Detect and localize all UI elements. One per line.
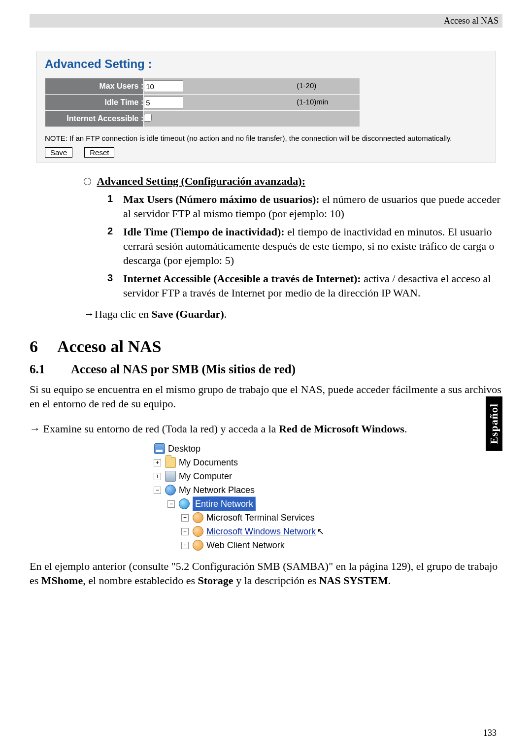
idle-time-label: Idle Time :: [45, 95, 144, 111]
network-node-icon: [193, 526, 203, 537]
expand-icon[interactable]: +: [154, 459, 161, 466]
desktop-icon: [154, 443, 165, 454]
expand-icon[interactable]: +: [181, 542, 189, 549]
advanced-setting-panel: Advanced Setting : Max Users : (1-20) Id…: [36, 51, 496, 163]
item-bold: Max Users (Número máximo de usuarios):: [123, 193, 320, 205]
section-title: Acceso al NAS por SMB (Mis sitios de red…: [71, 362, 296, 376]
chapter-number: 6: [30, 336, 57, 358]
settings-table: Max Users : (1-20) Idle Time : (1-10)min…: [45, 78, 360, 127]
section-heading: 6.1Acceso al NAS por SMB (Mis sitios de …: [30, 361, 502, 377]
expand-icon[interactable]: +: [181, 528, 189, 535]
list-number: 3: [107, 271, 119, 300]
tree-desktop: Desktop: [168, 442, 200, 456]
advanced-setting-list: 1 Max Users (Número máximo de usuarios):…: [30, 192, 502, 300]
tree-my-documents: My Documents: [179, 456, 238, 469]
header-right-text: Acceso al NAS: [444, 16, 499, 26]
collapse-icon[interactable]: −: [154, 487, 161, 494]
tree-entire-network-selected[interactable]: Entire Network: [193, 496, 256, 511]
folder-icon: [165, 457, 176, 468]
tree-network-places: My Network Places: [179, 483, 255, 497]
language-tab: Español: [486, 396, 502, 451]
item-bold: Idle Time (Tiempo de inactividad):: [123, 226, 285, 238]
idle-time-input[interactable]: [144, 97, 183, 108]
bullet-icon: [84, 178, 91, 185]
max-users-input[interactable]: [144, 80, 183, 92]
list-number: 2: [107, 225, 119, 267]
section-paragraph: Si su equipo se encuentra en el mismo gr…: [30, 382, 502, 411]
tree-my-computer: My Computer: [179, 469, 232, 483]
save-button[interactable]: Save: [45, 147, 72, 158]
network-node-icon: [193, 512, 203, 523]
step-pre: Examine su entorno de red (Toda la red) …: [40, 423, 279, 435]
list-number: 1: [107, 192, 119, 221]
tree-web-client-network: Web Client Network: [206, 538, 285, 552]
panel-note: NOTE: If an FTP connection is idle timeo…: [45, 134, 487, 142]
advanced-setting-heading: Advanced Setting (Configuración avanzada…: [97, 175, 306, 187]
step-post: .: [404, 423, 407, 435]
chapter-title: Acceso al NAS: [57, 337, 162, 356]
tree-ms-terminal: Microsoft Terminal Services: [206, 511, 315, 525]
item-bold: Internet Accessible (Accesible a través …: [123, 272, 361, 285]
cursor-icon: ↖: [317, 525, 324, 538]
max-users-label: Max Users :: [45, 78, 144, 95]
save-line-post: .: [224, 308, 227, 320]
section-number: 6.1: [30, 361, 71, 377]
computer-icon: [165, 471, 176, 482]
arrow-icon: →: [84, 308, 95, 320]
step-bold: Red de Microsoft Windows: [279, 423, 404, 435]
panel-title: Advanced Setting :: [45, 57, 487, 71]
network-node-icon: [193, 540, 203, 551]
after-tree-paragraph: En el ejemplo anterior (consulte "5.2 Co…: [30, 559, 502, 588]
expand-icon[interactable]: +: [154, 473, 161, 480]
arrow-icon: →: [30, 423, 40, 435]
collapse-icon[interactable]: −: [167, 500, 175, 508]
internet-accessible-label: Internet Accessible :: [45, 111, 144, 127]
idle-time-hint: (1-10)min: [297, 98, 328, 106]
chapter-heading: 6Acceso al NAS: [30, 336, 502, 358]
globe-icon: [179, 498, 190, 509]
page-number: 133: [483, 728, 497, 738]
header-bar: Acceso al NAS: [30, 14, 502, 28]
save-line-bold: Save (Guardar): [151, 308, 224, 320]
internet-accessible-checkbox[interactable]: [144, 114, 152, 122]
network-places-icon: [165, 485, 176, 495]
save-line-pre: Haga clic en: [95, 308, 151, 320]
expand-icon[interactable]: +: [181, 514, 189, 522]
max-users-hint: (1-20): [297, 81, 316, 90]
tree-ms-windows-network-link[interactable]: Microsoft Windows Network: [206, 525, 316, 538]
explorer-tree: Desktop + My Documents + My Computer −: [143, 442, 502, 552]
reset-button[interactable]: Reset: [84, 147, 114, 158]
